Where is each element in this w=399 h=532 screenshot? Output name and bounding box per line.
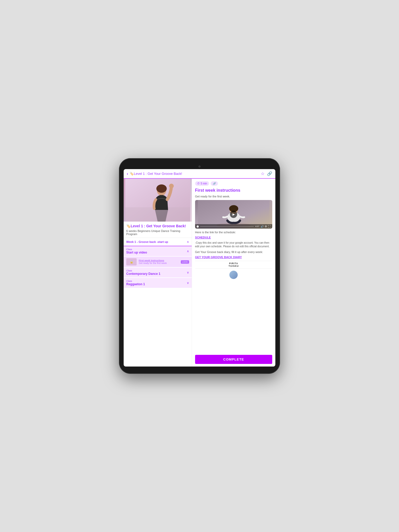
locked-title: First week instructions [139,259,179,262]
main-content: 🏷️Level 1 : Get Your Groove Back! 6 week… [124,179,275,367]
link-icon[interactable]: 🔗 [267,171,272,176]
week-header[interactable]: Week 1 - Groove back -start up ∧ [124,238,192,246]
locked-lesson-item: 🔒 First week instructions Get ready for … [124,257,192,268]
signature-line1: PIRITA [229,262,238,265]
volume-icon[interactable]: 🔊 [261,225,264,228]
locked-text: First week instructions Get ready for th… [139,259,179,264]
header-bar: ‹ 🏷️Level 1 : Get Your Groove Back! ☆ 🔗 [124,169,275,179]
locked-subtitle: Get ready for the first week [139,262,179,264]
clock-icon: ⏱ [197,182,200,185]
class-name-3: Reggaeton 1 [126,282,145,286]
link-tag[interactable]: 🔗 [211,181,218,186]
tablet-frame: ‹ 🏷️Level 1 : Get Your Groove Back! ☆ 🔗 [119,158,280,374]
complete-button[interactable]: COMPLETE [195,355,272,364]
content-heading: First week instructions [195,188,272,193]
back-button[interactable]: ‹ [127,171,128,176]
class-chevron-3: ∨ [187,281,189,285]
locked-thumbnail: 🔒 [126,258,137,265]
duration-text: 5 min [201,182,207,185]
class-label-2: Class [126,269,160,272]
tablet-screen: ‹ 🏷️Level 1 : Get Your Groove Back! ☆ 🔗 [124,169,275,367]
class-label-1: Class [126,248,147,251]
week-chevron-icon: ∧ [187,240,189,244]
signature-line2: TUISKU [229,265,239,267]
avatar-preview [229,271,238,279]
course-image [124,179,192,222]
settings-icon[interactable]: ⚙ [265,225,267,228]
star-icon[interactable]: ☆ [261,171,264,176]
progress-indicator [197,225,199,228]
content-description: Get ready for the first week. [195,195,272,198]
copy-instructions: -Copy this doc and save it for your goog… [195,241,272,248]
class-name-2: Contemporary Dance 1 [126,272,160,276]
class-item-info-2: Class Contemporary Dance 1 [126,269,160,276]
diary-link[interactable]: GET YOUR GROOVE BACK DIARY [195,256,272,259]
right-panel: ⏱ 5 min 🔗 First week instructions Get re… [192,179,275,367]
week-title: Week 1 - Groove back -start up [126,240,168,243]
video-controls: 4:07 🔊 ⚙ ⛶ [195,224,272,229]
video-control-icons: 🔊 ⚙ ⛶ [261,225,271,228]
progress-bar[interactable] [200,226,254,227]
header-title: 🏷️Level 1 : Get Your Groove Back! [130,172,182,176]
fullscreen-icon[interactable]: ⛶ [268,225,271,228]
class-item-reggaeton[interactable]: Class Reggaeton 1 ∨ [124,278,192,288]
header-left: ‹ 🏷️Level 1 : Get Your Groove Back! [127,171,182,176]
course-subtitle: 6 weeks Beginners Unique Dance Training … [126,229,189,236]
svg-point-5 [169,184,174,188]
class-label-3: Class [126,280,145,282]
class-item-startup[interactable]: Class Start up video ∧ [124,246,192,257]
video-time: 4:07 [255,225,259,228]
tablet-camera [198,165,201,168]
course-info: 🏷️Level 1 : Get Your Groove Back! 6 week… [124,222,192,238]
meta-tags: ⏱ 5 min 🔗 [195,181,272,186]
locked-badge: LOCK [181,260,189,264]
link-tag-icon: 🔗 [213,182,216,185]
class-item-contemporary[interactable]: Class Contemporary Dance 1 ∨ [124,268,192,278]
svg-point-3 [156,184,167,193]
class-name-1: Start up video [126,251,147,254]
left-panel: 🏷️Level 1 : Get Your Groove Back! 6 week… [124,179,192,367]
duration-tag: ⏱ 5 min [195,181,209,186]
dancer-image [124,179,192,222]
class-item-info: Class Start up video [126,248,147,254]
class-chevron-1: ∧ [187,249,189,253]
author-signature: PIRITA TUISKU [195,261,272,269]
schedule-link[interactable]: SCHEDULE [195,236,272,239]
class-chevron-2: ∨ [187,271,189,274]
header-icons: ☆ 🔗 [261,171,272,176]
diary-label: Get Your Groove back diary, fill it up a… [195,250,272,254]
class-item-info-3: Class Reggaeton 1 [126,280,145,286]
video-player[interactable]: ▶ 4:07 🔊 ⚙ ⛶ [195,200,272,229]
course-title: 🏷️Level 1 : Get Your Groove Back! [126,224,189,228]
schedule-label: Here is the link for the schedule: [195,231,272,234]
